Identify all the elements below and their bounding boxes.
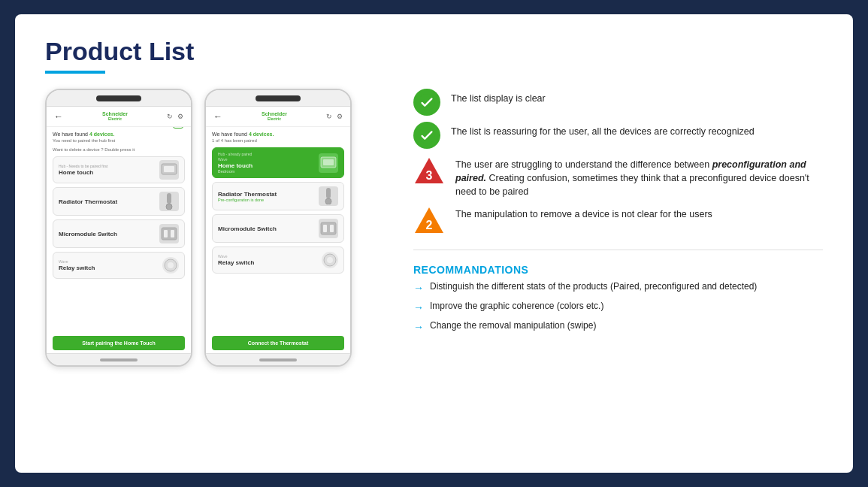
phone1-thermostat-name: Radiator Thermostat — [59, 198, 117, 205]
phone2-relay-icon — [322, 252, 338, 268]
svg-rect-15 — [330, 225, 334, 232]
obs-3-text: The user are struggling to understand th… — [455, 155, 823, 198]
recommendation-1-text: Distinguish the different stats of the p… — [430, 280, 757, 293]
phone1-home-touch-icon — [159, 160, 179, 180]
title-underline — [45, 71, 105, 74]
svg-rect-5 — [164, 230, 168, 237]
phone2-preconfig-label: Pre-configuration is done — [218, 198, 277, 202]
svg-point-19 — [419, 127, 435, 144]
phone2-thermostat-icon — [319, 186, 338, 206]
phone1-thermostat-icon — [159, 192, 179, 211]
slide: Product List ← Schneider Electric — [15, 14, 853, 473]
phone1-device-home-touch: Hub - Needs to be paired first Home touc… — [53, 156, 185, 183]
phone2-home-touch-name: Home touch — [218, 162, 253, 169]
svg-text:2: 2 — [426, 219, 433, 231]
obs-2: The list is reassuring for the user, all… — [413, 122, 823, 149]
phone2-thermostat-name: Radiator Thermostat — [218, 191, 277, 198]
svg-point-3 — [166, 204, 172, 210]
obs-2-icon — [413, 122, 440, 149]
recommendation-item-2: → Improve the graphic coherence (colors … — [413, 300, 823, 316]
phone2-hub-label: Hub - already paired — [218, 152, 253, 156]
phone1-icon2: ⚙ — [177, 113, 183, 120]
svg-point-17 — [327, 257, 333, 263]
phone1-wrapper: ← Schneider Electric ↻ ⚙ — [45, 89, 192, 450]
obs-3: 3 The user are struggling to understand … — [413, 155, 823, 198]
svg-point-8 — [168, 262, 174, 268]
phone1-relay-name: Relay switch — [59, 265, 95, 271]
phone2-wrapper: ← Schneider Electric ↻ ⚙ W — [204, 89, 352, 450]
phone2-icons: ↻ ⚙ — [326, 113, 343, 120]
phone1-logo: Schneider Electric — [102, 111, 128, 121]
phone2-found-sub: 1 of 4 has been paired — [212, 138, 344, 143]
svg-rect-2 — [167, 193, 171, 204]
right-panel: The list display is clear The list is re… — [406, 89, 823, 450]
phone1-micromodule-icon — [159, 224, 179, 244]
arrow-icon-2: → — [413, 301, 424, 316]
phone1-device-relay: Wave Relay switch — [53, 252, 185, 279]
recommendation-3-text: Change the removal manipulation (swipe) — [430, 319, 596, 332]
phone2-icon1: ↻ — [326, 113, 332, 120]
phone1-back: ← — [54, 111, 63, 122]
svg-rect-6 — [171, 230, 174, 237]
phone2-cta[interactable]: Connect the Thermostat — [212, 336, 344, 350]
recommendation-2-text: Improve the graphic coherence (colors et… — [430, 300, 603, 313]
phones-area: ← Schneider Electric ↻ ⚙ — [45, 89, 391, 450]
phone2-micromodule-icon — [319, 219, 338, 238]
phone1-device-micromodule: Micromodule Switch — [53, 219, 185, 248]
obs-2-text: The list is reassuring for the user, all… — [451, 122, 755, 138]
page-title: Product List — [45, 37, 823, 66]
phone1-home-touch-name: Home touch — [59, 169, 107, 176]
phone1-micromodule-name: Micromodule Switch — [59, 231, 117, 237]
svg-rect-10 — [323, 159, 334, 165]
phone1-found-sub2: Want to delete a device ? Double press i… — [53, 147, 135, 152]
phone2-back: ← — [213, 111, 222, 122]
recommendations-title: RECOMMANDATIONS — [413, 264, 823, 276]
obs-4: 2 The manipulation to remove a device is… — [413, 204, 823, 236]
phone2-found-text: We have found 4 devices. — [212, 132, 344, 137]
phone2-device-micromodule: Micromodule Switch — [212, 214, 344, 243]
phone1-found-sub1: You need to paired the hub first — [53, 138, 135, 143]
svg-text:3: 3 — [426, 169, 433, 182]
phone1-device-thermostat: Radiator Thermostat — [53, 187, 185, 216]
phone1-hub-label: Hub - Needs to be paired first — [59, 164, 107, 168]
phone2-micromodule-name: Micromodule Switch — [218, 225, 277, 232]
obs-4-icon: 2 — [413, 204, 445, 236]
phone2-device-home-touch: Hub - already paired Wave Home touch Bed… — [212, 147, 344, 178]
phone1-icon1: ↻ — [167, 113, 173, 120]
phone2-device-thermostat: Radiator Thermostat Pre-configuration is… — [212, 182, 344, 210]
obs-4-text: The manipulation to remove a device is n… — [455, 204, 712, 221]
svg-rect-14 — [323, 225, 327, 232]
phone1-wave-label: Wave — [59, 259, 95, 264]
recommendations-section: RECOMMANDATIONS → Distinguish the differ… — [413, 261, 823, 338]
phone2-home-touch-icon — [319, 153, 338, 173]
obs-1-icon — [413, 89, 440, 116]
divider — [413, 250, 823, 250]
obs-1-text: The list display is clear — [451, 89, 546, 105]
phone1-relay-icon — [162, 257, 179, 274]
arrow-icon-1: → — [413, 281, 424, 296]
phone2-logo: Schneider Electric — [262, 111, 287, 121]
recommendation-item-1: → Distinguish the different stats of the… — [413, 280, 823, 296]
svg-rect-11 — [326, 188, 331, 198]
recommendation-item-3: → Change the removal manipulation (swipe… — [413, 319, 823, 335]
phone2-mockup: ← Schneider Electric ↻ ⚙ W — [204, 89, 352, 367]
phone2-device-relay: Wave Relay switch — [212, 247, 344, 274]
observations-block: The list display is clear The list is re… — [413, 89, 823, 236]
recommendations-list: → Distinguish the different stats of the… — [413, 280, 823, 334]
phone2-icon2: ⚙ — [337, 113, 343, 120]
phone2-relay-name: Relay switch — [218, 259, 254, 266]
obs-3-icon: 3 — [413, 155, 445, 186]
phone2-wave-label-relay: Wave — [218, 254, 254, 259]
svg-point-12 — [325, 198, 331, 204]
arrow-icon-3: → — [413, 320, 424, 335]
svg-point-18 — [419, 94, 435, 110]
phone1-icons: ↻ ⚙ — [167, 113, 183, 120]
svg-rect-1 — [164, 166, 174, 172]
phone1-mockup: ← Schneider Electric ↻ ⚙ — [45, 89, 192, 367]
obs-1: The list display is clear — [413, 89, 823, 116]
phone1-add-btn[interactable]: + — [173, 127, 183, 129]
phone2-wave-label-hub: Wave — [218, 157, 253, 162]
phone2-bedroom-label: Bedroom — [218, 169, 253, 174]
phone1-cta[interactable]: Start pairing the Home Touch — [53, 336, 185, 350]
phone1-found-text: We have found 4 devices. — [53, 132, 135, 137]
